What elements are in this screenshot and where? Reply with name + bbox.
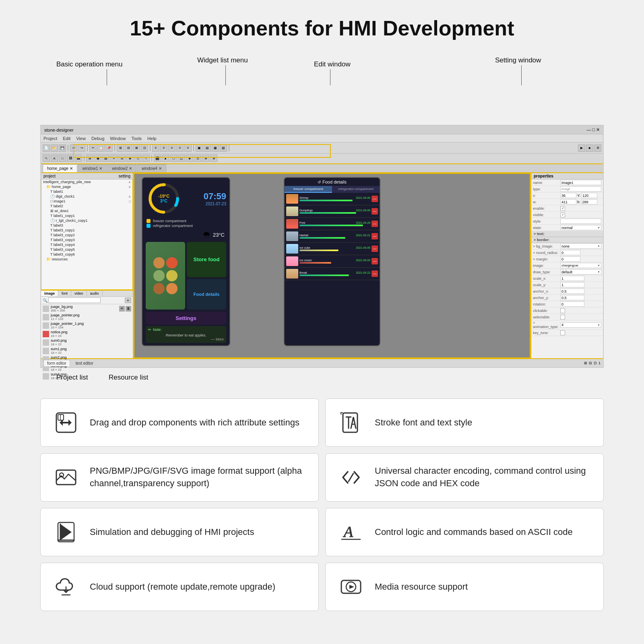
- prop-image-select[interactable]: chargingcar ▼: [560, 263, 601, 268]
- resource-item[interactable]: sum0.png 18 × 22: [41, 338, 133, 347]
- widget-9[interactable]: ⊟: [118, 155, 126, 162]
- food-detail-tabs[interactable]: freezer compartment refrigerator compart…: [285, 186, 380, 193]
- prop-rotation-value[interactable]: 0: [560, 301, 584, 307]
- tab-text-editor[interactable]: text editor: [72, 360, 97, 366]
- tree-item-label2[interactable]: T label2: [41, 204, 132, 208]
- delete-button[interactable]: —: [372, 258, 378, 264]
- resource-item[interactable]: juage_pointer_1.png 10 × 154: [41, 321, 133, 330]
- ide-menubar[interactable]: Project Edit View Debug Window Tools Hel…: [41, 134, 603, 142]
- widget-11[interactable]: ◇: [134, 155, 142, 162]
- widget-input[interactable]: ▬: [75, 155, 82, 162]
- prop-anchor-x-value[interactable]: 0.5: [560, 289, 584, 294]
- freezer-tab[interactable]: freezer compartment: [285, 186, 332, 193]
- toolbar-btn-7[interactable]: ▦: [212, 144, 219, 152]
- prop-group-border[interactable]: > border:: [531, 237, 603, 243]
- toolbar-btn-5[interactable]: ▣: [196, 144, 203, 152]
- delete-button[interactable]: —: [372, 246, 378, 252]
- tree-item-label3-copy2[interactable]: T label3_copy2: [41, 233, 132, 237]
- tab-window4[interactable]: window4 ✕: [137, 164, 166, 172]
- prop-draw-type-select[interactable]: default ▼: [560, 269, 601, 275]
- widget-image[interactable]: 🖼: [67, 155, 74, 162]
- menu-help[interactable]: Help: [147, 136, 157, 141]
- widget-8[interactable]: ≡: [110, 155, 118, 162]
- toolbar-btn-3[interactable]: ⊠: [133, 144, 140, 152]
- toolbar-align-1[interactable]: ≡: [152, 144, 159, 152]
- project-tree[interactable]: Intelligent_charging_pile_new ∧ 📁 home_p…: [41, 180, 133, 290]
- widget-5[interactable]: ⊞: [86, 155, 93, 162]
- ide-canvas[interactable]: -19°C 3°C 07:59 2021-07-23: [134, 173, 530, 358]
- menu-project[interactable]: Project: [43, 136, 57, 141]
- tab-window2[interactable]: window2 ✕: [107, 164, 136, 172]
- tab-home-page[interactable]: home_page ✕: [43, 164, 77, 172]
- toolbar-new[interactable]: 📄: [43, 144, 50, 152]
- prop-y-value[interactable]: 120: [581, 193, 597, 198]
- menu-debug[interactable]: Debug: [91, 136, 104, 141]
- tree-item-root[interactable]: Intelligent_charging_pile_new ∧: [41, 180, 132, 184]
- prop-round-radius-value[interactable]: 0: [560, 250, 580, 255]
- prop-name-value[interactable]: image1: [560, 180, 601, 185]
- prop-anchor-y-value[interactable]: 0.5: [560, 295, 584, 300]
- resource-tabs[interactable]: image font video audio: [41, 291, 133, 297]
- tree-item-clock-copy1[interactable]: 🕐 r_lgit_clock1_copy1: [41, 218, 132, 223]
- tree-item-label3-copy4[interactable]: T label3_copy4: [41, 242, 132, 247]
- tree-item-label3-copy5[interactable]: T label3_copy5: [41, 247, 132, 252]
- delete-button[interactable]: —: [372, 221, 378, 227]
- ide-tabs[interactable]: home_page ✕ window1 ✕ window2 ✕ window4 …: [41, 164, 603, 173]
- tree-item-label3-copy1[interactable]: T label3_copy1: [41, 228, 132, 233]
- prop-scale-y-value[interactable]: 1: [560, 282, 584, 287]
- widget-6[interactable]: ◉: [94, 155, 101, 162]
- prop-w-value[interactable]: 411: [560, 199, 576, 204]
- toolbar-redo[interactable]: ↪: [78, 144, 85, 152]
- tree-item-image1[interactable]: □ image1 □: [41, 199, 132, 204]
- delete-button[interactable]: —: [372, 270, 378, 277]
- widget-20[interactable]: ⊗: [210, 155, 217, 162]
- prop-style-value[interactable]: [560, 219, 601, 224]
- resource-item[interactable]: notice.png 16 × 24: [41, 330, 133, 338]
- settings-button[interactable]: Settings: [146, 312, 226, 324]
- toolbar-align-3[interactable]: ≡: [168, 144, 175, 152]
- resource-search-input[interactable]: [48, 297, 101, 303]
- resource-tab-audio[interactable]: audio: [87, 291, 103, 296]
- prop-state-select[interactable]: normal ▼: [560, 225, 601, 230]
- menu-tools[interactable]: Tools: [131, 136, 142, 141]
- widget-19[interactable]: ⊕: [202, 155, 209, 162]
- tree-item-label3-copy6[interactable]: T label3_copy6: [41, 252, 132, 257]
- widget-12[interactable]: ○: [142, 155, 150, 162]
- toolbar-open[interactable]: 📂: [51, 144, 58, 152]
- resource-item[interactable]: juage_pointer.png 11 × 132: [41, 313, 133, 321]
- tree-item-resources[interactable]: 📁 resources: [41, 257, 132, 262]
- tree-item-widow1[interactable]: ⊞ wi_dow1: [41, 208, 132, 213]
- resource-item[interactable]: juage_bg.png 300 × 200 ✏ 🗑: [41, 304, 133, 313]
- widget-16[interactable]: ◱: [178, 155, 185, 162]
- resource-edit-btn[interactable]: ✏: [119, 306, 125, 312]
- menu-window[interactable]: Window: [110, 136, 126, 141]
- prop-enable-checkbox[interactable]: [560, 206, 565, 211]
- toolbar-btn-4[interactable]: ⊡: [141, 144, 148, 152]
- tree-item-clock1[interactable]: 🕐 digit_clock1 ∧: [41, 194, 132, 199]
- resource-tab-font[interactable]: font: [58, 291, 71, 296]
- resource-tab-video[interactable]: video: [71, 291, 87, 296]
- toolbar-btn-1[interactable]: ⊞: [117, 144, 124, 152]
- toolbar-copy[interactable]: 📋: [97, 144, 105, 152]
- fridge-tab[interactable]: refrigerator compartment: [332, 186, 380, 193]
- tree-item-home-page[interactable]: 📁 home_page ∨: [41, 184, 132, 189]
- tree-item-label1-copy1[interactable]: T label1_copy1: [41, 213, 132, 218]
- toolbar-align-5[interactable]: ≡: [184, 144, 192, 152]
- prop-margin-value[interactable]: 0: [560, 256, 580, 262]
- tab-form-editor[interactable]: form editor: [43, 360, 70, 366]
- prop-bg-image-select[interactable]: none ▼: [560, 244, 601, 249]
- prop-x-value[interactable]: 36: [560, 193, 576, 198]
- widget-17[interactable]: ◈: [186, 155, 193, 162]
- prop-scale-x-value[interactable]: 1: [560, 276, 584, 281]
- prop-selectable-checkbox[interactable]: [560, 315, 565, 320]
- widget-label[interactable]: A: [51, 155, 58, 162]
- widget-18[interactable]: ☰: [194, 155, 201, 162]
- toolbar-undo[interactable]: ↩: [70, 144, 77, 152]
- toolbar-btn-2[interactable]: ⊟: [125, 144, 132, 152]
- store-food-button[interactable]: Store food: [187, 242, 226, 277]
- toolbar-btn-6[interactable]: ▤: [204, 144, 211, 152]
- prop-h-value[interactable]: 289: [581, 199, 597, 204]
- tree-item-label3[interactable]: T label3: [41, 223, 132, 228]
- tree-item-label1[interactable]: T label1: [41, 189, 132, 194]
- resource-tab-image[interactable]: image: [41, 291, 58, 296]
